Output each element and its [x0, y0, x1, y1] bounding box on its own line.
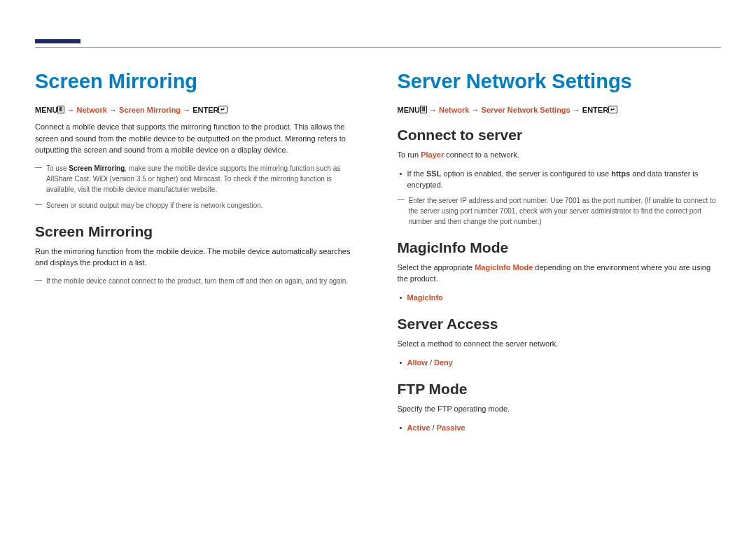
- breadcrumb-enter-label: ENTER: [192, 106, 218, 114]
- page-content: Screen Mirroring MENUⅢ → Network → Scree…: [35, 70, 721, 437]
- bullet-access-options: Allow / Deny: [398, 357, 722, 369]
- option-passive: Passive: [437, 423, 465, 432]
- heading-server-access: Server Access: [398, 316, 722, 332]
- note-ip-port: Enter the server IP address and port num…: [398, 195, 722, 227]
- magic-pre: Select the appropriate: [398, 263, 475, 272]
- note-bold: Screen Mirroring: [69, 164, 125, 172]
- magic-bold: MagicInfo Mode: [475, 263, 533, 272]
- option-deny: Deny: [434, 358, 453, 367]
- heading-magicinfo-mode: MagicInfo Mode: [398, 239, 722, 256]
- section-title-server-network: Server Network Settings: [398, 70, 722, 93]
- note-pre: To use: [46, 164, 69, 172]
- breadcrumb-network: Network: [439, 106, 469, 114]
- server-access-body: Select a method to connect the server ne…: [398, 338, 722, 350]
- breadcrumb-enter-label: ENTER: [582, 106, 608, 114]
- bullet-ssl: If the SSL option is enabled, the server…: [398, 168, 722, 191]
- ssl-mid: option is enabled, the server is configu…: [441, 169, 611, 178]
- ftp-body: Specify the FTP operating mode.: [398, 403, 722, 415]
- enter-icon: ↵: [218, 106, 227, 113]
- breadcrumb-right: MENUⅢ → Network → Server Network Setting…: [398, 106, 722, 114]
- connect-post: connect to a network.: [444, 150, 519, 159]
- breadcrumb-screen-mirroring: Screen Mirroring: [119, 106, 181, 114]
- breadcrumb-menu-label: MENU: [398, 106, 420, 114]
- note-congestion: Screen or sound output may be choppy if …: [35, 200, 359, 211]
- note-cannot-connect: If the mobile device cannot connect to t…: [35, 276, 359, 286]
- header-accent-bar: [35, 39, 80, 43]
- breadcrumb-network: Network: [77, 106, 107, 114]
- note-mirroring-support: To use Screen Mirroring, make sure the m…: [35, 163, 359, 195]
- menu-icon: Ⅲ: [57, 106, 64, 113]
- breadcrumb-server-settings: Server Network Settings: [482, 106, 570, 114]
- connect-pre: To run: [398, 150, 421, 159]
- heading-ftp-mode: FTP Mode: [398, 381, 722, 398]
- option-magicinfo: MagicInfo: [407, 293, 443, 302]
- breadcrumb-left: MENUⅢ → Network → Screen Mirroring → ENT…: [35, 106, 359, 114]
- section-title-screen-mirroring: Screen Mirroring: [35, 70, 359, 93]
- screen-mirroring-body: Run the mirroring function from the mobi…: [35, 246, 359, 269]
- left-column: Screen Mirroring MENUⅢ → Network → Scree…: [35, 70, 359, 437]
- magicinfo-body: Select the appropriate MagicInfo Mode de…: [398, 262, 722, 285]
- ssl-pre: If the: [407, 169, 427, 178]
- heading-connect-to-server: Connect to server: [398, 127, 722, 143]
- subsection-screen-mirroring: Screen Mirroring: [35, 223, 359, 240]
- bullet-magicinfo-option: MagicInfo: [398, 292, 722, 304]
- enter-icon: ↵: [608, 106, 617, 113]
- connect-body: To run Player connect to a network.: [398, 149, 722, 161]
- ssl-bold: SSL: [426, 169, 441, 178]
- right-column: Server Network Settings MENUⅢ → Network …: [398, 70, 722, 437]
- menu-icon: Ⅲ: [420, 106, 427, 113]
- intro-paragraph: Connect a mobile device that supports th…: [35, 121, 359, 156]
- header-divider: [35, 47, 721, 48]
- breadcrumb-menu-label: MENU: [35, 106, 57, 114]
- option-active: Active: [407, 423, 430, 432]
- connect-player-bold: Player: [421, 150, 444, 159]
- https-bold: https: [611, 169, 630, 178]
- option-allow: Allow: [407, 358, 428, 367]
- bullet-ftp-options: Active / Passive: [398, 422, 722, 434]
